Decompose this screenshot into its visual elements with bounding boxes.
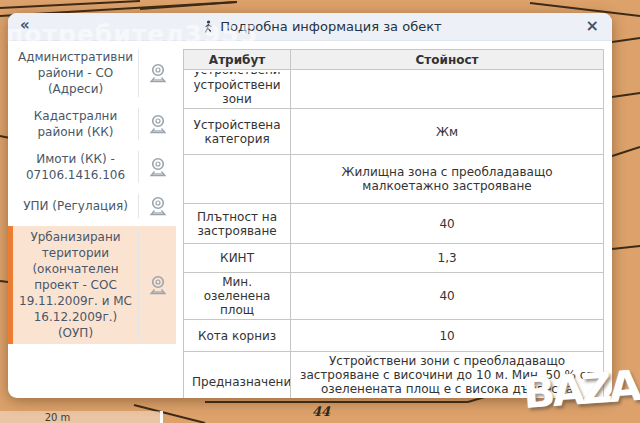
dialog-body: Административни райони - СО (Адреси) Кад… <box>8 41 612 398</box>
sidebar-item-urbanized-territories[interactable]: Урбанизирани територии (окончателен прое… <box>8 226 176 344</box>
attributes-panel: Атрибут Стойност устройствени устройстве… <box>176 41 612 398</box>
attribute-cell: КИНТ <box>184 244 291 273</box>
map-pin-icon <box>146 112 170 136</box>
map-viewer: 20 m 44 « Подробна информация за обект × <box>0 0 640 423</box>
map-scale-bar: 20 m <box>0 411 163 423</box>
map-pin-icon <box>146 155 170 179</box>
sidebar-item-upi-regulation[interactable]: УПИ (Регулация) <box>8 191 176 221</box>
map-pin-icon <box>146 61 170 85</box>
close-button[interactable]: × <box>586 16 599 36</box>
attribute-cell: Кота корниз <box>184 320 291 352</box>
attribute-cell: устройствени устройствени зони <box>184 70 291 109</box>
table-row: Предназначение Устройствени зони с преоб… <box>184 352 604 399</box>
table-row: Кота корниз 10 <box>184 320 604 352</box>
value-cell: Жилищна зона с преобладаващо малкоетажно… <box>291 155 604 204</box>
value-cell: 40 <box>291 273 604 320</box>
sidebar-item-cadastral-regions[interactable]: Кадастрални райони (КК) <box>8 105 176 143</box>
dialog-title: Подробна информация за обект <box>202 19 441 34</box>
dialog-title-text: Подробна информация за обект <box>220 19 441 34</box>
sidebar-item-label: Административни райони - СО (Адреси) <box>13 49 138 97</box>
attribute-cell <box>184 155 291 204</box>
sidebar-item-label: Урбанизирани територии (окончателен прое… <box>13 229 138 341</box>
dialog-titlebar: « Подробна информация за обект × <box>8 13 612 41</box>
table-row: устройствени устройствени зони <box>184 70 604 109</box>
attribute-cell: Устройствена категория <box>184 109 291 155</box>
sidebar-item-properties[interactable]: Имоти (КК) - 07106.1416.106 <box>8 148 176 186</box>
parcel-label: 44 <box>312 404 330 419</box>
sidebar-item-label: Имоти (КК) - 07106.1416.106 <box>13 151 138 183</box>
map-pin-icon <box>146 194 170 218</box>
table-header-row: Атрибут Стойност <box>184 50 604 70</box>
table-row: Устройствена категория Жм <box>184 109 604 155</box>
column-header-value: Стойност <box>291 50 604 70</box>
attribute-cell: Предназначение <box>184 352 291 399</box>
scale-label: 20 m <box>0 412 115 423</box>
value-cell <box>291 70 604 109</box>
value-cell: 1,3 <box>291 244 604 273</box>
chevron-double-left-icon: « <box>20 16 28 34</box>
value-cell: 40 <box>291 204 604 244</box>
value-cell: 10 <box>291 320 604 352</box>
table-row: Плътност на застрояване 40 <box>184 204 604 244</box>
object-info-dialog: « Подробна информация за обект × Админис… <box>8 13 612 398</box>
layers-sidebar: Административни райони - СО (Адреси) Кад… <box>8 41 176 398</box>
collapse-panel-button[interactable]: « <box>20 16 28 34</box>
table-row: КИНТ 1,3 <box>184 244 604 273</box>
sidebar-item-label: УПИ (Регулация) <box>13 194 138 218</box>
person-icon <box>202 20 214 34</box>
sidebar-item-admin-regions[interactable]: Административни райони - СО (Адреси) <box>8 46 176 100</box>
sidebar-item-label: Кадастрални райони (КК) <box>13 108 138 140</box>
map-pin-icon <box>146 273 170 297</box>
column-header-attribute: Атрибут <box>184 50 291 70</box>
value-cell: Устройствени зони с преобладаващо застро… <box>291 352 604 399</box>
table-row: Мин. озеленена площ 40 <box>184 273 604 320</box>
attribute-cell: Мин. озеленена площ <box>184 273 291 320</box>
close-icon: × <box>586 16 599 35</box>
value-cell: Жм <box>291 109 604 155</box>
attributes-table: Атрибут Стойност устройствени устройстве… <box>183 49 604 398</box>
table-row: Жилищна зона с преобладаващо малкоетажно… <box>184 155 604 204</box>
attribute-cell: Плътност на застрояване <box>184 204 291 244</box>
